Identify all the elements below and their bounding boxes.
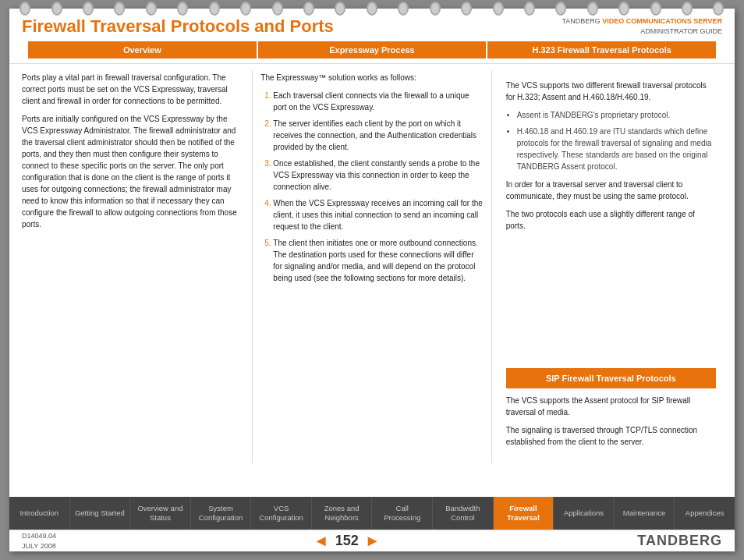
h323-outro-1: In order for a traversal server and trav… xyxy=(506,179,716,202)
step-2: The server identifies each client by the… xyxy=(273,118,483,153)
brand-name: TANDBERG xyxy=(562,17,600,25)
nav-firewall-traversal[interactable]: FirewallTraversal xyxy=(494,497,554,530)
step-4-text: When the VCS Expressway receives an inco… xyxy=(273,199,482,231)
col-h323: The VCS supports two different firewall … xyxy=(494,64,728,470)
nav-introduction[interactable]: Introduction xyxy=(9,497,70,530)
overview-para-2: Ports are initially configured on the VC… xyxy=(22,113,244,230)
page-title: Firewall Traversal Protocols and Ports xyxy=(22,16,334,37)
col-overview: Ports play a vital part in firewall trav… xyxy=(16,64,250,470)
brand-highlight: VIDEO COMMUNICATIONS SERVER xyxy=(602,17,722,25)
spiral-5 xyxy=(146,2,157,16)
spiral-12 xyxy=(367,2,377,16)
spiral-15 xyxy=(461,2,472,16)
h323-bullet-1: Assent is TANDBERG's proprietary protoco… xyxy=(517,109,716,121)
footer-doc-info: D14049.04 JULY 2008 xyxy=(22,531,56,551)
col-header-h323: H.323 Firewall Traversal Protocols xyxy=(487,41,716,58)
spiral-7 xyxy=(209,2,220,16)
page-number: 152 xyxy=(335,533,359,549)
brand-subtitle: ADMINISTRATOR GUIDE xyxy=(640,27,722,35)
step-1: Each traversal client connects via the f… xyxy=(273,90,483,113)
h323-bullet-2: H.460.18 and H.460.19 are ITU standards … xyxy=(517,126,716,172)
nav-overview-status[interactable]: Overview andStatus xyxy=(130,497,191,530)
nav-applications[interactable]: Applications xyxy=(554,497,615,530)
nav-getting-started[interactable]: Getting Started xyxy=(70,497,131,530)
spiral-binding xyxy=(9,0,735,17)
spiral-23 xyxy=(713,2,724,16)
spiral-16 xyxy=(493,2,504,16)
spiral-4 xyxy=(114,2,125,16)
sip-header: SIP Firewall Traversal Protocols xyxy=(506,368,716,389)
spiral-8 xyxy=(240,2,251,16)
spiral-6 xyxy=(177,2,188,16)
spiral-3 xyxy=(83,2,94,16)
step-4: When the VCS Expressway receives an inco… xyxy=(273,197,483,232)
spiral-21 xyxy=(650,2,661,16)
footer-brand: TANDBERG xyxy=(637,533,722,549)
nav-maintenance[interactable]: Maintenance xyxy=(615,497,675,530)
header-top: Firewall Traversal Protocols and Ports T… xyxy=(22,16,722,37)
footer-pagination: ◄ 152 ► xyxy=(314,532,381,550)
spiral-17 xyxy=(524,2,535,16)
overview-para-1: Ports play a vital part in firewall trav… xyxy=(22,72,244,107)
step-2-text: The server identifies each client by the… xyxy=(273,119,477,151)
h323-bullets: Assent is TANDBERG's proprietary protoco… xyxy=(506,109,716,172)
step-3: Once established, the client constantly … xyxy=(273,158,483,193)
spiral-13 xyxy=(398,2,409,16)
step-5: The client then initiates one or more ou… xyxy=(273,237,483,284)
spiral-18 xyxy=(555,2,566,16)
doc-id: D14049.04 xyxy=(22,532,56,540)
step-1-text: Each traversal client connects via the f… xyxy=(273,91,469,112)
nav-bandwidth-control[interactable]: BandwidthControl xyxy=(433,497,494,530)
spiral-19 xyxy=(587,2,598,16)
step-3-text: Once established, the client constantly … xyxy=(273,159,480,191)
spiral-14 xyxy=(430,2,441,16)
sip-section: SIP Firewall Traversal Protocols The VCS… xyxy=(500,368,722,463)
divider-1 xyxy=(252,70,253,463)
doc-date: JULY 2008 xyxy=(22,542,56,550)
col-header-overview: Overview xyxy=(28,41,257,58)
header-brand: TANDBERG VIDEO COMMUNICATIONS SERVER ADM… xyxy=(562,16,722,36)
bottom-nav[interactable]: Introduction Getting Started Overview an… xyxy=(9,497,735,530)
spiral-2 xyxy=(51,2,62,16)
main-content: Ports play a vital part in firewall trav… xyxy=(9,64,735,470)
sip-para-1: The VCS supports the Assent protocol for… xyxy=(506,395,716,418)
h323-outro-2: The two protocols each use a slightly di… xyxy=(506,208,716,232)
nav-appendices[interactable]: Appendices xyxy=(675,497,735,530)
footer: D14049.04 JULY 2008 ◄ 152 ► TANDBERG xyxy=(9,530,735,551)
next-arrow[interactable]: ► xyxy=(365,532,381,550)
nav-call-processing[interactable]: CallProcessing xyxy=(372,497,433,530)
nav-zones-neighbors[interactable]: Zones andNeighbors xyxy=(312,497,373,530)
col-header-expressway: Expressway Process xyxy=(258,41,487,58)
spiral-20 xyxy=(618,2,629,16)
expressway-intro: The Expressway™ solution works as follow… xyxy=(260,72,483,83)
spiral-22 xyxy=(682,2,693,16)
page-wrapper: Firewall Traversal Protocols and Ports T… xyxy=(9,9,735,551)
spiral-10 xyxy=(303,2,314,16)
step-5-text: The client then initiates one or more ou… xyxy=(273,239,477,282)
expressway-steps: Each traversal client connects via the f… xyxy=(260,90,483,284)
spiral-9 xyxy=(272,2,283,16)
spiral-1 xyxy=(19,2,30,16)
spiral-11 xyxy=(335,2,345,16)
h323-intro: The VCS supports two different firewall … xyxy=(506,80,716,103)
sip-para-2: The signaling is traversed through TCP/T… xyxy=(506,424,716,448)
nav-system-config[interactable]: SystemConfiguration xyxy=(191,497,252,530)
prev-arrow[interactable]: ◄ xyxy=(314,532,329,550)
h323-section: The VCS supports two different firewall … xyxy=(500,72,722,368)
divider-2 xyxy=(491,70,492,463)
column-headers: Overview Expressway Process H.323 Firewa… xyxy=(22,41,722,58)
col-expressway: The Expressway™ solution works as follow… xyxy=(254,64,489,470)
nav-vcs-config[interactable]: VCSConfiguration xyxy=(251,497,312,530)
